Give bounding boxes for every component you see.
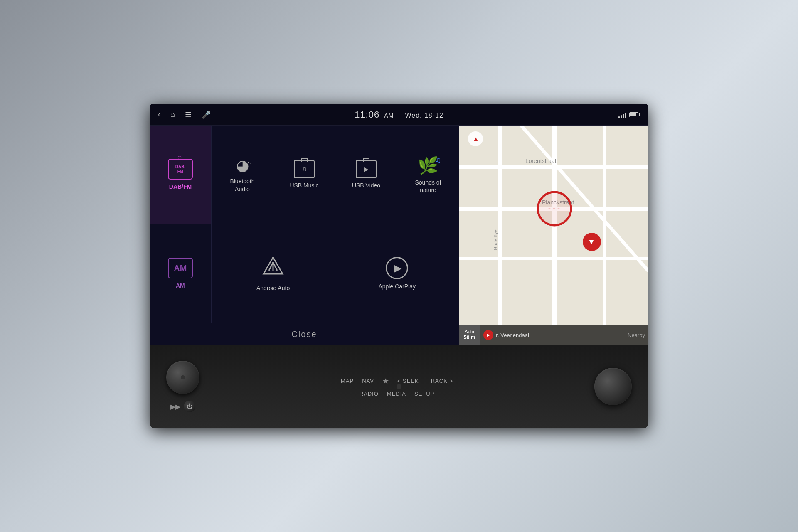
sounds-of-nature-icon: 🌿 ♫	[418, 156, 438, 175]
back-icon[interactable]: ‹	[158, 110, 160, 119]
usb-video-icon: ▶	[356, 160, 377, 178]
home-icon[interactable]: ⌂	[170, 110, 175, 119]
sounds-of-nature-label: Sounds ofnature	[415, 179, 441, 194]
bluetooth-audio-item[interactable]: ◕ ♫ BluetoothAudio	[212, 126, 273, 224]
svg-text:- - -: - - -	[548, 204, 560, 213]
apple-carplay-item[interactable]: ▶ Apple CarPlay	[335, 224, 459, 323]
hardware-controls: ▶▶ ⏻ MAP NAV ★ < SEEK TRACK > RADIO ME	[150, 345, 648, 428]
android-auto-item[interactable]: Android Auto	[212, 224, 335, 323]
car-surround: ‹ ⌂ ☰ 🎤 11:06 AM Wed, 18-12	[0, 0, 798, 532]
am-item[interactable]: AM AM	[150, 224, 212, 323]
svg-text:Lorentstraat: Lorentstraat	[525, 158, 557, 164]
ampm-display: AM	[384, 112, 394, 119]
hw-btn-row-1: MAP NAV ★ < SEEK TRACK >	[341, 377, 453, 386]
status-bar: ‹ ⌂ ☰ 🎤 11:06 AM Wed, 18-12	[150, 104, 648, 126]
infotainment-unit: ‹ ⌂ ☰ 🎤 11:06 AM Wed, 18-12	[150, 104, 648, 428]
svg-text:▼: ▼	[588, 238, 595, 246]
setup-button[interactable]: SETUP	[414, 391, 434, 397]
svg-text:Grote Byer: Grote Byer	[493, 228, 498, 250]
bluetooth-icon: ◕ ♫	[236, 157, 249, 174]
screen: ‹ ⌂ ☰ 🎤 11:06 AM Wed, 18-12	[150, 104, 648, 345]
tuner-knob[interactable]	[594, 368, 632, 405]
map-button[interactable]: MAP	[341, 378, 354, 384]
am-label: AM	[176, 282, 185, 289]
usb-music-icon: ♫	[294, 160, 315, 178]
map-distance: Auto 50 m	[459, 325, 480, 345]
dab-fm-item[interactable]: DAB/ FM )))) DAB/FM	[150, 126, 212, 224]
nav-street: r. Veenendaal	[496, 332, 529, 338]
usb-video-label: USB Video	[352, 182, 380, 189]
battery-icon	[629, 112, 640, 117]
map-bottom-bar: Auto 50 m ► r. Veenendaal Nearby	[459, 325, 648, 345]
status-right	[618, 111, 640, 118]
media-grid-top: DAB/ FM )))) DAB/FM	[150, 126, 459, 224]
dab-fm-label: DAB/FM	[169, 183, 192, 190]
nav-panel[interactable]: Lorentstraat Planckstraat Grote Byer - -…	[459, 126, 648, 345]
media-panel: DAB/ FM )))) DAB/FM	[150, 126, 459, 345]
power-button[interactable]: ⏻	[184, 401, 195, 412]
media-button[interactable]: MEDIA	[387, 391, 406, 397]
signal-icon	[618, 111, 626, 118]
android-auto-icon	[262, 256, 284, 281]
apple-carplay-icon: ▶	[386, 257, 408, 279]
menu-icon[interactable]: ☰	[185, 110, 192, 119]
close-button[interactable]: Close	[150, 323, 459, 345]
sounds-of-nature-item[interactable]: 🌿 ♫ Sounds ofnature	[397, 126, 459, 224]
am-icon: AM	[168, 258, 193, 278]
map-svg: Lorentstraat Planckstraat Grote Byer - -…	[459, 126, 648, 345]
android-auto-label: Android Auto	[256, 284, 290, 292]
bluetooth-audio-label: BluetoothAudio	[230, 177, 254, 192]
screen-content: DAB/ FM )))) DAB/FM	[150, 126, 648, 345]
volume-knob[interactable]	[166, 361, 200, 394]
distance-value: 50 m	[464, 335, 475, 340]
favorite-button[interactable]: ★	[382, 377, 389, 386]
media-grid-bottom: AM AM	[150, 224, 459, 323]
hw-btn-row-2: RADIO MEDIA SETUP	[360, 391, 435, 397]
close-label: Close	[291, 330, 317, 339]
time-display: 11:06	[355, 109, 379, 120]
track-forward-button[interactable]: TRACK >	[427, 378, 453, 384]
eject-button[interactable]: ▶▶	[170, 403, 180, 411]
svg-text:▲: ▲	[473, 135, 479, 143]
nav-icons: ‹ ⌂ ☰ 🎤	[158, 110, 211, 119]
nav-button[interactable]: NAV	[362, 378, 374, 384]
mic-icon[interactable]: 🎤	[202, 110, 211, 119]
nav-direction-icon: ►	[483, 330, 493, 340]
map-nav-info: ► r. Veenendaal	[480, 330, 628, 340]
usb-music-item[interactable]: ♫ USB Music	[273, 126, 335, 224]
dab-fm-icon: DAB/ FM ))))	[168, 159, 193, 180]
nearby-label: Nearby	[628, 332, 648, 338]
distance-unit: Auto	[465, 329, 474, 335]
status-time: 11:06 AM Wed, 18-12	[355, 109, 443, 120]
seek-back-button[interactable]: < SEEK	[397, 378, 419, 384]
date-display: Wed, 18-12	[405, 112, 443, 119]
usb-video-item[interactable]: ▶ USB Video	[335, 126, 397, 224]
radio-button[interactable]: RADIO	[360, 391, 379, 397]
usb-music-label: USB Music	[290, 182, 318, 189]
apple-carplay-label: Apple CarPlay	[378, 283, 416, 290]
